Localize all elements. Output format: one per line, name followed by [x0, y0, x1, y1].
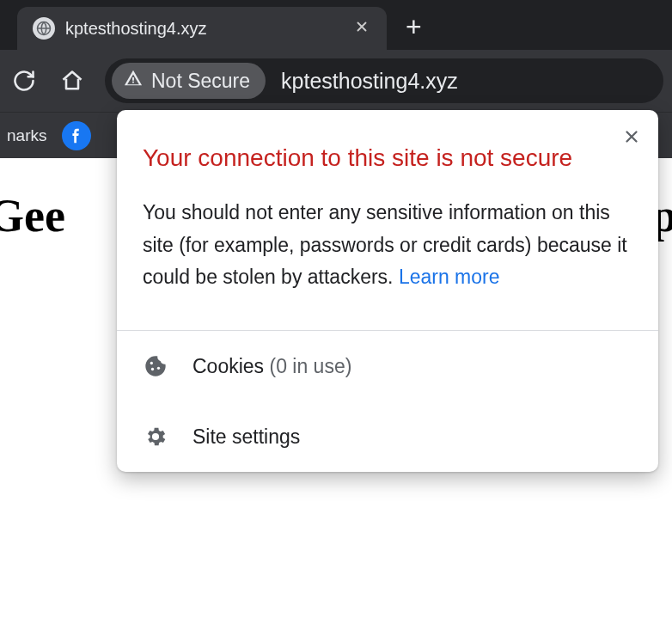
bookmark-facebook[interactable] — [62, 121, 91, 150]
tab-strip: kptesthosting4.xyz + — [0, 0, 672, 50]
site-settings-button[interactable]: Site settings — [117, 401, 658, 472]
popup-title: Your connection to this site is not secu… — [143, 141, 632, 176]
site-settings-label: Site settings — [192, 425, 300, 449]
popup-description: You should not enter any sensitive infor… — [143, 197, 632, 295]
cookies-label: Cookies — [192, 355, 269, 377]
svg-point-2 — [151, 368, 154, 370]
tab-title: kptesthosting4.xyz — [65, 19, 340, 39]
gear-icon — [143, 424, 168, 450]
site-info-popup: Your connection to this site is not secu… — [117, 110, 658, 472]
security-chip-label: Not Secure — [151, 70, 250, 93]
cookie-icon — [143, 353, 168, 379]
browser-tab[interactable]: kptesthosting4.xyz — [17, 7, 387, 50]
address-bar[interactable]: Not Secure kptesthosting4.xyz — [105, 58, 663, 103]
globe-icon — [33, 17, 55, 40]
new-tab-button[interactable]: + — [387, 11, 441, 50]
learn-more-link[interactable]: Learn more — [399, 266, 500, 288]
cookies-button[interactable]: Cookies (0 in use) — [117, 331, 658, 401]
popup-description-text: You should not enter any sensitive infor… — [143, 201, 627, 289]
bookmark-item[interactable]: narks — [7, 126, 46, 145]
security-chip[interactable]: Not Secure — [112, 63, 266, 99]
url-text: kptesthosting4.xyz — [269, 69, 458, 94]
close-popup-button[interactable] — [617, 122, 646, 151]
page-heading-fragment-left: enGee — [0, 189, 65, 242]
bookmark-label-fragment: narks — [7, 126, 46, 145]
warning-icon — [124, 69, 143, 93]
toolbar: Not Secure kptesthosting4.xyz — [0, 50, 672, 112]
cookies-row-text: Cookies (0 in use) — [192, 355, 351, 378]
close-tab-button[interactable] — [351, 15, 373, 42]
popup-body: Your connection to this site is not secu… — [117, 110, 658, 330]
facebook-icon — [62, 121, 91, 150]
reload-button[interactable] — [9, 65, 40, 96]
home-button[interactable] — [57, 65, 88, 96]
svg-point-3 — [157, 367, 160, 370]
svg-point-1 — [150, 362, 153, 364]
cookies-count: (0 in use) — [269, 355, 351, 377]
